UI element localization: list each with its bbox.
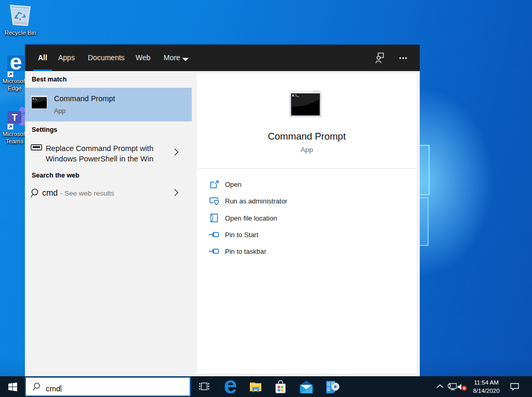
svg-text:e: e xyxy=(224,380,236,394)
svg-text:e: e xyxy=(10,56,22,71)
svg-text:T: T xyxy=(12,113,18,123)
